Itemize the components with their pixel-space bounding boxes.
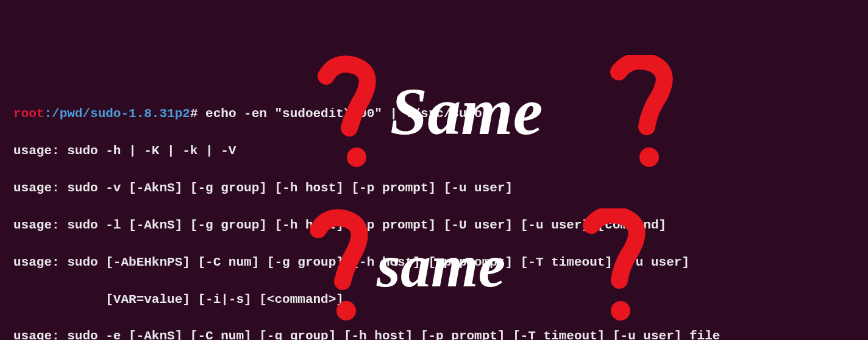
- usage-line: [VAR=value] [-i|-s] [<command>]: [13, 291, 855, 309]
- prompt-line-1: root:/pwd/sudo-1.8.31p2# echo -en "sudoe…: [13, 105, 855, 123]
- usage-line: usage: sudo -v [-AknS] [-g group] [-h ho…: [13, 179, 855, 197]
- command-1: echo -en "sudoedit\x00" | ./src/sudo: [197, 107, 482, 121]
- prompt-hash: #: [190, 107, 198, 121]
- prompt-path: /pwd/sudo-1.8.31p2: [52, 107, 190, 121]
- usage-line: usage: sudo -l [-AknS] [-g group] [-h ho…: [13, 216, 855, 235]
- usage-line: usage: sudo -h | -K | -k | -V: [13, 142, 855, 160]
- prompt-sep: :: [44, 107, 52, 121]
- terminal-output: root:/pwd/sudo-1.8.31p2# echo -en "sudoe…: [13, 87, 855, 340]
- usage-line: usage: sudo -e [-AknS] [-C num] [-g grou…: [13, 327, 855, 340]
- usage-line: usage: sudo [-AbEHknPS] [-C num] [-g gro…: [13, 253, 855, 272]
- prompt-user: root: [13, 107, 44, 121]
